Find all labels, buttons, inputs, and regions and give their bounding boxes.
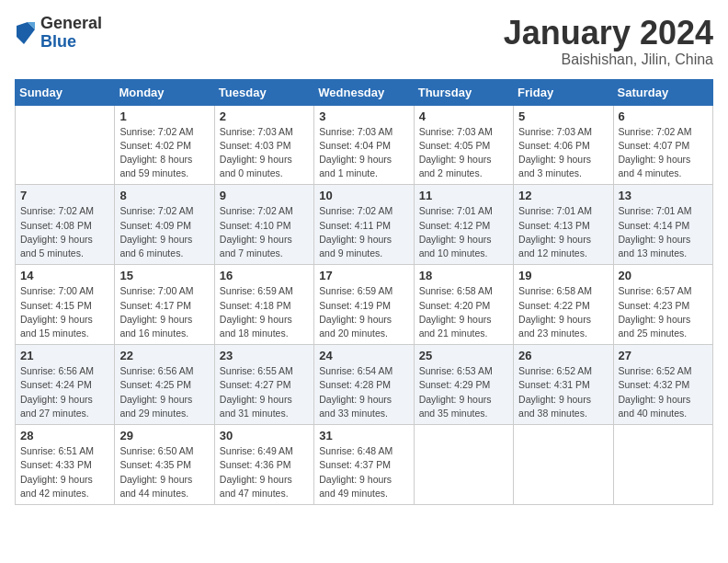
day-info: Sunrise: 7:02 AMSunset: 4:07 PMDaylight:… [619, 125, 708, 181]
calendar-cell: 5Sunrise: 7:03 AMSunset: 4:06 PMDaylight… [514, 105, 613, 185]
calendar-cell [16, 105, 115, 185]
calendar-cell: 26Sunrise: 6:52 AMSunset: 4:31 PMDayligh… [514, 345, 613, 425]
day-number: 17 [319, 269, 408, 282]
calendar-cell: 14Sunrise: 7:00 AMSunset: 4:15 PMDayligh… [16, 265, 115, 345]
day-number: 15 [119, 269, 209, 282]
day-info: Sunrise: 6:52 AMSunset: 4:31 PMDaylight:… [518, 364, 608, 420]
day-number: 13 [619, 189, 708, 202]
calendar-cell: 11Sunrise: 7:01 AMSunset: 4:12 PMDayligh… [414, 185, 513, 265]
day-info: Sunrise: 7:02 AMSunset: 4:08 PMDaylight:… [20, 204, 109, 260]
day-info: Sunrise: 7:01 AMSunset: 4:12 PMDaylight:… [419, 204, 508, 260]
calendar-table: Sunday Monday Tuesday Wednesday Thursday… [15, 79, 713, 505]
day-number: 2 [220, 109, 309, 123]
logo-text: General Blue [40, 15, 102, 52]
calendar-cell: 19Sunrise: 6:58 AMSunset: 4:22 PMDayligh… [514, 265, 613, 345]
calendar-cell: 3Sunrise: 7:03 AMSunset: 4:04 PMDaylight… [314, 105, 414, 185]
day-number: 5 [518, 109, 608, 123]
day-number: 18 [419, 269, 508, 282]
calendar-cell: 29Sunrise: 6:50 AMSunset: 4:35 PMDayligh… [115, 425, 214, 505]
day-number: 25 [419, 349, 508, 362]
day-number: 10 [319, 189, 408, 202]
day-info: Sunrise: 6:58 AMSunset: 4:20 PMDaylight:… [419, 284, 508, 340]
day-number: 20 [619, 269, 708, 282]
calendar-cell: 7Sunrise: 7:02 AMSunset: 4:08 PMDaylight… [16, 185, 115, 265]
day-info: Sunrise: 7:01 AMSunset: 4:14 PMDaylight:… [619, 204, 708, 260]
week-row-1: 7Sunrise: 7:02 AMSunset: 4:08 PMDaylight… [16, 185, 713, 265]
day-info: Sunrise: 7:02 AMSunset: 4:09 PMDaylight:… [119, 204, 209, 260]
day-number: 11 [419, 189, 508, 202]
calendar-body: 1Sunrise: 7:02 AMSunset: 4:02 PMDaylight… [16, 105, 713, 504]
calendar-cell [613, 425, 712, 505]
day-number: 29 [119, 429, 209, 442]
day-info: Sunrise: 7:03 AMSunset: 4:03 PMDaylight:… [220, 125, 309, 181]
day-number: 7 [20, 189, 109, 202]
day-info: Sunrise: 6:59 AMSunset: 4:19 PMDaylight:… [319, 284, 408, 340]
day-info: Sunrise: 6:56 AMSunset: 4:25 PMDaylight:… [119, 364, 209, 420]
calendar-cell: 25Sunrise: 6:53 AMSunset: 4:29 PMDayligh… [414, 345, 513, 425]
calendar-cell: 22Sunrise: 6:56 AMSunset: 4:25 PMDayligh… [115, 345, 214, 425]
day-number: 27 [619, 349, 708, 362]
day-info: Sunrise: 6:48 AMSunset: 4:37 PMDaylight:… [319, 444, 408, 500]
day-info: Sunrise: 6:50 AMSunset: 4:35 PMDaylight:… [119, 444, 209, 500]
day-info: Sunrise: 6:49 AMSunset: 4:36 PMDaylight:… [220, 444, 309, 500]
calendar-cell: 10Sunrise: 7:02 AMSunset: 4:11 PMDayligh… [314, 185, 414, 265]
day-info: Sunrise: 6:56 AMSunset: 4:24 PMDaylight:… [20, 364, 109, 420]
calendar-cell: 27Sunrise: 6:52 AMSunset: 4:32 PMDayligh… [613, 345, 712, 425]
day-info: Sunrise: 7:00 AMSunset: 4:15 PMDaylight:… [20, 284, 109, 340]
calendar-cell: 30Sunrise: 6:49 AMSunset: 4:36 PMDayligh… [214, 425, 313, 505]
day-info: Sunrise: 7:00 AMSunset: 4:17 PMDaylight:… [119, 284, 209, 340]
day-info: Sunrise: 6:54 AMSunset: 4:28 PMDaylight:… [319, 364, 408, 420]
week-row-4: 28Sunrise: 6:51 AMSunset: 4:33 PMDayligh… [16, 425, 713, 505]
day-number: 12 [518, 189, 608, 202]
header-wednesday: Wednesday [314, 79, 414, 105]
day-info: Sunrise: 6:57 AMSunset: 4:23 PMDaylight:… [619, 284, 708, 340]
header-sunday: Sunday [16, 79, 115, 105]
day-number: 1 [119, 109, 209, 123]
day-number: 4 [419, 109, 508, 123]
calendar-cell: 23Sunrise: 6:55 AMSunset: 4:27 PMDayligh… [214, 345, 313, 425]
calendar-cell: 16Sunrise: 6:59 AMSunset: 4:18 PMDayligh… [214, 265, 313, 345]
day-info: Sunrise: 7:01 AMSunset: 4:13 PMDaylight:… [518, 204, 608, 260]
week-row-3: 21Sunrise: 6:56 AMSunset: 4:24 PMDayligh… [16, 345, 713, 425]
day-number: 28 [20, 429, 109, 442]
day-number: 22 [119, 349, 209, 362]
day-number: 21 [20, 349, 109, 362]
calendar-cell [414, 425, 513, 505]
calendar-cell: 13Sunrise: 7:01 AMSunset: 4:14 PMDayligh… [613, 185, 712, 265]
day-number: 6 [619, 109, 708, 123]
header-thursday: Thursday [414, 79, 513, 105]
location-subtitle: Baishishan, Jilin, China [504, 52, 713, 68]
calendar-header: Sunday Monday Tuesday Wednesday Thursday… [16, 79, 713, 105]
calendar-cell: 6Sunrise: 7:02 AMSunset: 4:07 PMDaylight… [613, 105, 712, 185]
header-tuesday: Tuesday [214, 79, 313, 105]
calendar-cell: 12Sunrise: 7:01 AMSunset: 4:13 PMDayligh… [514, 185, 613, 265]
day-info: Sunrise: 7:03 AMSunset: 4:05 PMDaylight:… [419, 125, 508, 181]
month-title: January 2024 [504, 15, 713, 52]
header-saturday: Saturday [613, 79, 712, 105]
day-info: Sunrise: 6:53 AMSunset: 4:29 PMDaylight:… [419, 364, 508, 420]
day-number: 19 [518, 269, 608, 282]
calendar-cell: 28Sunrise: 6:51 AMSunset: 4:33 PMDayligh… [16, 425, 115, 505]
logo: General Blue [15, 15, 102, 52]
day-info: Sunrise: 6:51 AMSunset: 4:33 PMDaylight:… [20, 444, 109, 500]
logo-blue-text: Blue [40, 33, 102, 52]
day-number: 8 [119, 189, 209, 202]
calendar-cell: 17Sunrise: 6:59 AMSunset: 4:19 PMDayligh… [314, 265, 414, 345]
calendar-cell: 21Sunrise: 6:56 AMSunset: 4:24 PMDayligh… [16, 345, 115, 425]
day-number: 9 [220, 189, 309, 202]
day-info: Sunrise: 6:58 AMSunset: 4:22 PMDaylight:… [518, 284, 608, 340]
header: General Blue January 2024 Baishishan, Ji… [15, 15, 713, 68]
day-info: Sunrise: 6:59 AMSunset: 4:18 PMDaylight:… [220, 284, 309, 340]
weekday-row: Sunday Monday Tuesday Wednesday Thursday… [16, 79, 713, 105]
calendar-cell: 15Sunrise: 7:00 AMSunset: 4:17 PMDayligh… [115, 265, 214, 345]
calendar-cell: 1Sunrise: 7:02 AMSunset: 4:02 PMDaylight… [115, 105, 214, 185]
logo-icon [15, 20, 37, 46]
header-monday: Monday [115, 79, 214, 105]
title-area: January 2024 Baishishan, Jilin, China [504, 15, 713, 68]
day-info: Sunrise: 6:52 AMSunset: 4:32 PMDaylight:… [619, 364, 708, 420]
day-info: Sunrise: 7:02 AMSunset: 4:11 PMDaylight:… [319, 204, 408, 260]
day-number: 16 [220, 269, 309, 282]
calendar-cell: 4Sunrise: 7:03 AMSunset: 4:05 PMDaylight… [414, 105, 513, 185]
day-info: Sunrise: 7:02 AMSunset: 4:10 PMDaylight:… [220, 204, 309, 260]
day-number: 3 [319, 109, 408, 123]
